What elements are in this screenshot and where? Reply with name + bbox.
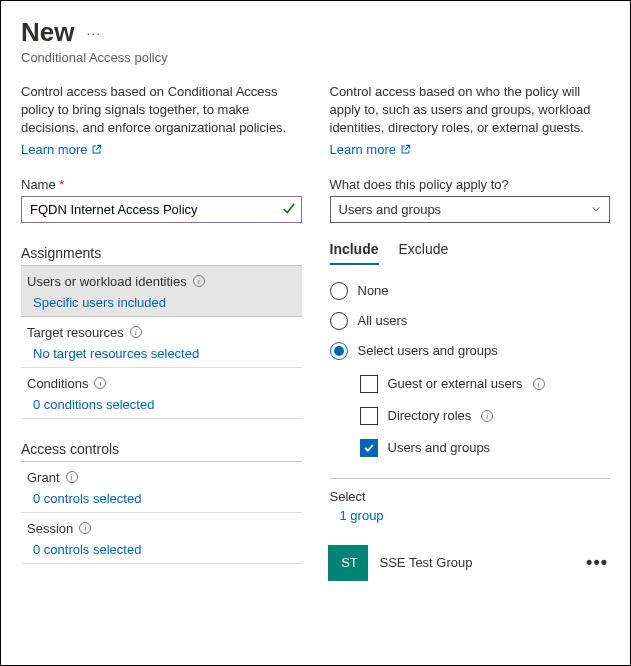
left-description: Control access based on Conditional Acce…	[21, 83, 302, 138]
apply-to-dropdown[interactable]: Users and groups	[330, 196, 611, 223]
check-users-groups[interactable]: Users and groups	[360, 432, 611, 464]
grant-row[interactable]: Grant i 0 controls selected	[21, 462, 302, 513]
group-more-button[interactable]: •••	[586, 552, 608, 573]
target-resources-value[interactable]: No target resources selected	[27, 346, 296, 361]
checkmark-icon	[282, 202, 296, 216]
info-icon[interactable]: i	[130, 326, 142, 338]
check-directory-roles[interactable]: Directory roles i	[360, 400, 611, 432]
tab-exclude[interactable]: Exclude	[399, 235, 449, 265]
apply-to-label: What does this policy apply to?	[330, 177, 611, 192]
check-guest-external[interactable]: Guest or external users i	[360, 368, 611, 400]
tab-include[interactable]: Include	[330, 235, 379, 265]
page-subtitle: Conditional Access policy	[21, 50, 610, 65]
info-icon[interactable]: i	[66, 471, 78, 483]
chevron-down-icon	[591, 204, 601, 214]
radio-none[interactable]: None	[330, 276, 611, 306]
select-value-link[interactable]: 1 group	[330, 508, 611, 523]
info-icon[interactable]: i	[481, 410, 493, 422]
avatar: ST	[332, 545, 368, 581]
learn-more-link-left[interactable]: Learn more	[21, 142, 102, 157]
name-label: Name *	[21, 177, 302, 192]
header-more-button[interactable]: ···	[86, 25, 101, 41]
right-description: Control access based on who the policy w…	[330, 83, 611, 138]
external-link-icon	[91, 144, 102, 155]
page-title: New	[21, 17, 74, 48]
access-controls-header: Access controls	[21, 441, 302, 462]
external-link-icon	[400, 144, 411, 155]
conditions-row[interactable]: Conditions i 0 conditions selected	[21, 368, 302, 419]
info-icon[interactable]: i	[533, 378, 545, 390]
radio-select-users[interactable]: Select users and groups	[330, 336, 611, 366]
select-label: Select	[330, 489, 611, 504]
group-name: SSE Test Group	[380, 555, 575, 570]
session-value[interactable]: 0 controls selected	[27, 542, 296, 557]
checkmark-icon	[363, 442, 375, 454]
grant-value[interactable]: 0 controls selected	[27, 491, 296, 506]
radio-all-users[interactable]: All users	[330, 306, 611, 336]
users-workload-row[interactable]: Users or workload identities i Specific …	[21, 266, 302, 317]
info-icon[interactable]: i	[193, 275, 205, 287]
learn-more-link-right[interactable]: Learn more	[330, 142, 411, 157]
assignments-header: Assignments	[21, 245, 302, 266]
selected-group-item[interactable]: ST SSE Test Group •••	[330, 541, 611, 585]
name-input[interactable]	[21, 196, 302, 223]
users-workload-value[interactable]: Specific users included	[27, 295, 296, 310]
info-icon[interactable]: i	[79, 522, 91, 534]
target-resources-row[interactable]: Target resources i No target resources s…	[21, 317, 302, 368]
session-row[interactable]: Session i 0 controls selected	[21, 513, 302, 564]
info-icon[interactable]: i	[94, 377, 106, 389]
conditions-value[interactable]: 0 conditions selected	[27, 397, 296, 412]
